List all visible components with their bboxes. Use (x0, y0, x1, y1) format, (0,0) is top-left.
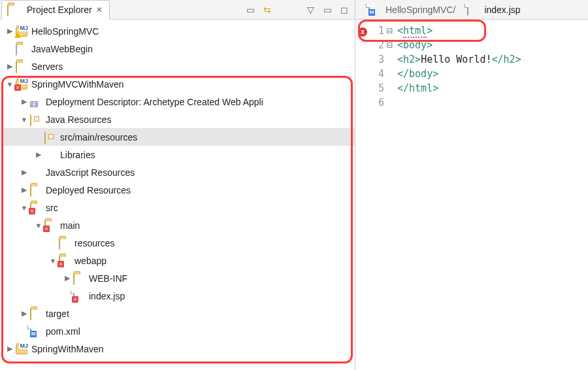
java-project-icon: MJ (16, 26, 27, 37)
tree-item-src-main-resources[interactable]: ▶ src/main/resources (3, 128, 355, 146)
expand-icon[interactable]: ▶ (5, 27, 14, 36)
folder-icon (30, 309, 42, 319)
tree-item-libraries[interactable]: ▶ Libraries (3, 146, 355, 163)
tree-item-java-resources[interactable]: ▼ Java Resources (3, 110, 355, 128)
link-editor-icon[interactable]: ⇆ (262, 5, 272, 15)
tree-item-src[interactable]: ▼ x src (3, 199, 355, 216)
tree-item-main[interactable]: ▼ x main (3, 216, 355, 234)
folder-error-icon: x (59, 256, 71, 266)
project-explorer-tab[interactable]: Project Explorer ✕ (1, 0, 110, 20)
maximize-icon[interactable]: ◻ (339, 5, 350, 15)
tree-label: SpringWithMaven (31, 344, 104, 354)
tree-label: JavaScript Resources (46, 167, 135, 178)
folder-icon (73, 273, 85, 284)
tree-item-springwithmaven[interactable]: ▶ MJ SpringWithMaven (3, 340, 355, 358)
package-folder-icon (30, 114, 42, 125)
tree-label: Servers (31, 61, 63, 72)
expand-icon[interactable]: ▶ (20, 309, 29, 318)
editor-tab-label: index.jsp (484, 5, 520, 15)
expand-icon[interactable]: ▶ (20, 97, 29, 107)
tree-label: pom.xml (46, 326, 80, 337)
expand-icon[interactable]: ▶ (5, 62, 14, 71)
folder-icon (16, 61, 27, 72)
tree-label: index.jsp (89, 291, 125, 301)
tree-item-js-resources[interactable]: ▶ JavaScript Resources (3, 163, 355, 181)
tree-label: Deployed Resources (46, 185, 131, 195)
maven-file-icon: M (368, 5, 378, 15)
folder-error-icon: x (44, 220, 56, 231)
line-number-gutter: 1 2 3 4 5 6 (370, 24, 384, 110)
collapse-icon[interactable]: ▼ (20, 203, 29, 212)
tree-label: Java Resources (46, 114, 111, 125)
tree-item-hellospringmvc[interactable]: ▶ MJ HelloSpringMVC (3, 22, 355, 40)
project-explorer-panel: Project Explorer ✕ ▭ ⇆ ▽ ▭ ◻ ▶ MJ HelloS… (0, 0, 355, 370)
tree-label: main (60, 220, 80, 231)
folder-error-icon: x (30, 203, 42, 213)
folder-nav-icon (7, 5, 19, 15)
tree-item-servers[interactable]: ▶ Servers (3, 58, 355, 75)
folder-icon (59, 238, 71, 248)
collapse-all-icon[interactable]: ▭ (245, 5, 255, 15)
library-icon (44, 150, 56, 160)
tree-label: Deployment Descriptor: Archetype Created… (46, 97, 263, 107)
expand-icon[interactable]: ▶ (20, 186, 29, 195)
editor-tab-label: HelloSpringMVC/ (385, 5, 455, 15)
code-content[interactable]: <html> <body> <h2>Hello World!</h2> </bo… (395, 24, 521, 110)
expand-icon[interactable]: ▶ (34, 150, 43, 160)
panel-header: Project Explorer ✕ ▭ ⇆ ▽ ▭ ◻ (0, 0, 355, 20)
tree-label: Libraries (60, 150, 95, 160)
tree-label: JavaWebBegin (31, 44, 93, 54)
tree-item-pom[interactable]: ▶ M pom.xml (3, 322, 355, 340)
expand-icon[interactable]: ▶ (5, 345, 14, 354)
library-icon (30, 167, 42, 178)
collapse-icon[interactable]: ▼ (48, 256, 57, 265)
deployment-descriptor-icon: 2.3 (30, 97, 42, 107)
deployed-icon (30, 185, 42, 195)
tree-item-indexjsp[interactable]: ▶ x index.jsp (3, 287, 355, 305)
view-menu-icon[interactable]: ▽ (305, 5, 316, 15)
editor-tab-bar: M HelloSpringMVC/ index.jsp (355, 0, 588, 20)
tree-item-deployment-descriptor[interactable]: ▶ 2.3 Deployment Descriptor: Archetype C… (3, 93, 355, 110)
tree-label: resources (74, 238, 114, 248)
tree-label: SpringMVCWithMaven (31, 79, 124, 90)
error-gutter: x (355, 24, 370, 110)
tree-item-javawebbegin[interactable]: ▶ JavaWebBegin (3, 40, 355, 58)
tree-label: target (46, 309, 69, 319)
tree-item-resources[interactable]: ▶ resources (3, 234, 355, 252)
maven-project-icon: MJ (16, 344, 27, 354)
collapse-icon[interactable]: ▼ (34, 221, 43, 230)
tree-item-webinf[interactable]: ▶ WEB-INF (3, 269, 355, 287)
editor-tab-hellospringmvc[interactable]: M HelloSpringMVC/ (368, 5, 455, 15)
tree-label: src/main/resources (60, 132, 137, 143)
code-editor[interactable]: x 1 2 3 4 5 6 ⊟ ⊟ <html> <body> <h2>Hell… (355, 20, 588, 110)
source-folder-icon (44, 132, 56, 143)
expand-icon[interactable]: ▶ (63, 274, 72, 283)
jsp-file-error-icon: x (73, 291, 85, 301)
tree-label: WEB-INF (89, 273, 127, 284)
collapse-icon[interactable]: ▼ (5, 80, 14, 89)
panel-toolbar: ▭ ⇆ ▽ ▭ ◻ (245, 5, 355, 15)
tree-label: HelloSpringMVC (31, 26, 99, 37)
jsp-file-icon (467, 5, 476, 15)
tab-title: Project Explorer (27, 5, 92, 15)
tree-item-target[interactable]: ▶ target (3, 305, 355, 322)
maven-project-icon: MJx (16, 79, 27, 90)
tree-item-springmvcwithmaven[interactable]: ▼ MJx SpringMVCWithMaven (3, 75, 355, 93)
tree-item-webapp[interactable]: ▼ x webapp (3, 252, 355, 269)
expand-icon[interactable]: ▶ (20, 168, 29, 177)
tree-label: webapp (74, 256, 106, 266)
editor-tab-indexjsp[interactable]: index.jsp (467, 5, 520, 15)
folder-icon (16, 44, 27, 54)
project-tree: ▶ MJ HelloSpringMVC ▶ JavaWebBegin ▶ Ser… (0, 20, 355, 360)
error-marker-icon[interactable]: x (358, 27, 367, 37)
fold-toggle-icon[interactable]: ⊟ (384, 24, 395, 38)
editor-panel: M HelloSpringMVC/ index.jsp x 1 2 3 4 5 … (355, 0, 588, 370)
tree-label: src (46, 203, 58, 213)
fold-gutter: ⊟ ⊟ (384, 24, 395, 110)
minimize-icon[interactable]: ▭ (322, 5, 333, 15)
collapse-icon[interactable]: ▼ (20, 115, 29, 124)
maven-file-icon: M (30, 326, 42, 337)
fold-toggle-icon[interactable]: ⊟ (384, 38, 395, 52)
close-icon[interactable]: ✕ (96, 5, 103, 14)
tree-item-deployed-resources[interactable]: ▶ Deployed Resources (3, 181, 355, 199)
